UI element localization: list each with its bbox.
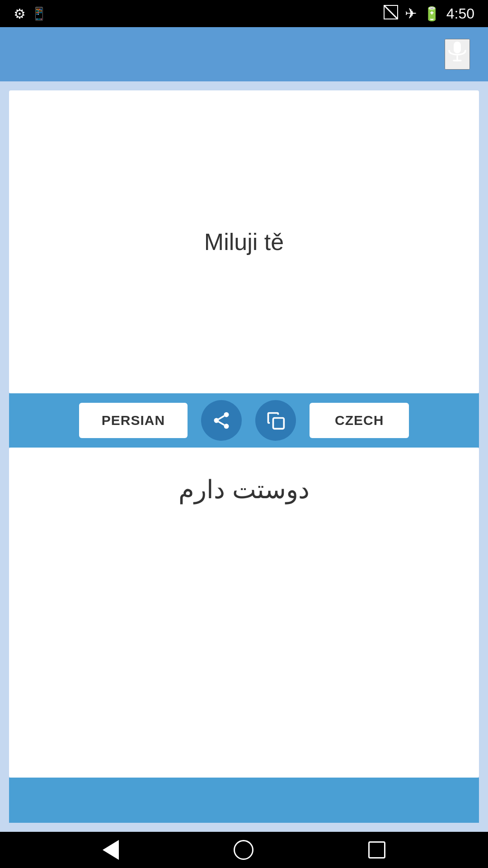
- svg-point-5: [224, 412, 229, 417]
- settings-icon: ⚙: [14, 6, 26, 22]
- main-content: Miluji tě PERSIAN CZECH دوستت دارم: [0, 81, 488, 832]
- svg-line-9: [219, 416, 225, 419]
- copy-button[interactable]: [255, 400, 296, 441]
- language-toolbar: PERSIAN CZECH: [9, 393, 479, 448]
- svg-line-8: [219, 422, 225, 425]
- back-button[interactable]: [103, 840, 119, 860]
- sim-icon: 📱: [31, 6, 47, 21]
- status-bar: ⚙ 📱 ✈ 🔋 4:50: [0, 0, 488, 27]
- app-header: [0, 27, 488, 81]
- status-left-icons: ⚙ 📱: [14, 6, 47, 22]
- no-signal-icon: [383, 5, 399, 23]
- source-language-button[interactable]: PERSIAN: [79, 403, 188, 438]
- svg-point-7: [224, 424, 229, 429]
- target-text: دوستت دارم: [178, 475, 310, 504]
- recents-button[interactable]: [368, 841, 385, 859]
- status-right-icons: ✈ 🔋 4:50: [383, 5, 474, 23]
- source-text: Miluji tě: [204, 228, 284, 255]
- airplane-icon: ✈: [405, 5, 417, 22]
- microphone-button[interactable]: [445, 39, 470, 70]
- status-time: 4:50: [446, 5, 474, 22]
- svg-rect-10: [273, 418, 284, 429]
- svg-line-1: [384, 5, 398, 19]
- home-button[interactable]: [234, 840, 253, 860]
- android-nav-bar: [0, 832, 488, 868]
- target-language-button[interactable]: CZECH: [310, 403, 409, 438]
- bottom-blue-bar: [9, 778, 479, 823]
- source-translation-box[interactable]: Miluji tě: [9, 90, 479, 393]
- share-button[interactable]: [201, 400, 242, 441]
- target-translation-box[interactable]: دوستت دارم: [9, 448, 479, 778]
- svg-point-6: [214, 418, 219, 423]
- svg-rect-2: [454, 42, 461, 53]
- battery-icon: 🔋: [423, 6, 440, 22]
